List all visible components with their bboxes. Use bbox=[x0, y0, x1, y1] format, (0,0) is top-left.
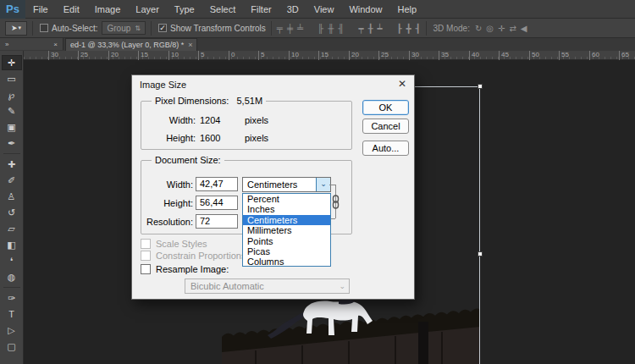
transform-handle-top-right[interactable] bbox=[478, 84, 483, 89]
dialog-close-icon[interactable]: ✕ bbox=[398, 78, 406, 90]
tab-bar: » × ed-1 @ 33,3% (Layer 0, RGB/8) * × bbox=[0, 38, 635, 51]
history-brush-tool[interactable]: ↺ bbox=[2, 205, 22, 220]
caret-down-icon: ▾ bbox=[19, 25, 22, 31]
transform-handle-right-middle[interactable] bbox=[478, 251, 483, 256]
auto-select-scope-value: Group bbox=[107, 24, 130, 33]
auto-select-checkbox[interactable] bbox=[40, 24, 48, 32]
doc-resolution-input[interactable]: 72 bbox=[196, 214, 238, 229]
quick-selection-tool[interactable]: ✎ bbox=[2, 103, 22, 119]
cancel-button[interactable]: Cancel bbox=[362, 119, 409, 134]
doc-width-input[interactable]: 42,47 bbox=[196, 177, 238, 191]
clone-stamp-tool[interactable]: ♙ bbox=[2, 189, 22, 204]
distribute-left-edges-icon[interactable]: ┠ bbox=[396, 24, 401, 33]
pen-tool[interactable]: ✑ bbox=[2, 290, 22, 306]
3d-roll-icon[interactable]: ◎ bbox=[486, 24, 494, 33]
pixel-dimensions-size: 5,51M bbox=[236, 96, 262, 106]
ruler-tick-label: 20 bbox=[108, 51, 119, 60]
crop-tool[interactable]: ▣ bbox=[2, 119, 22, 135]
3d-orbit-icon[interactable]: ↻ bbox=[475, 24, 482, 33]
ruler-tick-label: 30 bbox=[48, 51, 58, 60]
stepper-icon: ⇅ bbox=[135, 25, 141, 32]
collapse-panel-icon[interactable]: » bbox=[5, 41, 8, 48]
healing-brush-tool[interactable]: ✚ bbox=[2, 157, 22, 172]
menu-view[interactable]: View bbox=[306, 0, 342, 19]
scale-styles-checkbox[interactable] bbox=[141, 239, 151, 249]
unit-option-inches[interactable]: Inches bbox=[243, 204, 330, 214]
unit-options-list: Percent Inches Centimeters Millimeters P… bbox=[242, 193, 331, 267]
tools-panel-header: » × bbox=[0, 38, 64, 50]
auto-button[interactable]: Auto... bbox=[362, 141, 409, 156]
path-selection-tool[interactable]: ▷ bbox=[2, 323, 22, 338]
brush-tool-icon: ✐ bbox=[8, 175, 15, 186]
current-tool-button[interactable]: ➤ ▾ bbox=[5, 21, 27, 36]
align-bottom-edges-icon[interactable]: ╧ bbox=[297, 24, 303, 33]
3d-camera-icon[interactable]: ◀ bbox=[521, 24, 527, 33]
dialog-title: Image Size bbox=[140, 80, 186, 90]
unit-option-percent[interactable]: Percent bbox=[243, 194, 330, 204]
chevron-down-icon[interactable]: ⌄ bbox=[316, 178, 330, 191]
unit-option-centimeters[interactable]: Centimeters bbox=[243, 215, 330, 225]
panel-close-icon[interactable]: × bbox=[53, 41, 58, 48]
resample-method-dropdown[interactable]: Bicubic Automatic ⌄ bbox=[185, 279, 350, 294]
type-tool[interactable]: T bbox=[2, 306, 22, 322]
photoshop-logo: Ps bbox=[0, 0, 25, 19]
distribute-top-edges-icon[interactable]: ┯ bbox=[358, 24, 363, 33]
px-height-unit: pixels bbox=[245, 133, 268, 143]
auto-select-scope-dropdown[interactable]: Group ⇅ bbox=[102, 21, 146, 35]
3d-pan-icon[interactable]: ✛ bbox=[498, 24, 505, 33]
tab-close-icon[interactable]: × bbox=[188, 41, 192, 49]
align-vertical-centers-icon[interactable]: ╪ bbox=[287, 24, 293, 33]
menu-select[interactable]: Select bbox=[202, 0, 244, 19]
menu-edit[interactable]: Edit bbox=[56, 0, 87, 19]
menu-layer[interactable]: Layer bbox=[128, 0, 167, 19]
show-transform-checkbox[interactable]: ✓ bbox=[158, 24, 167, 32]
menu-window[interactable]: Window bbox=[341, 0, 389, 19]
auto-select-label: Auto-Select: bbox=[52, 24, 97, 33]
align-top-edges-icon[interactable]: ╤ bbox=[277, 24, 283, 33]
shape-tool[interactable]: ▢ bbox=[2, 339, 22, 354]
marquee-tool[interactable]: ▭ bbox=[2, 71, 22, 86]
doc-height-input[interactable]: 56,44 bbox=[196, 196, 238, 210]
move-tool[interactable]: ✛ bbox=[2, 55, 22, 70]
blur-tool[interactable]: ❛ bbox=[2, 253, 22, 268]
ok-button[interactable]: OK bbox=[362, 100, 409, 115]
unit-option-millimeters[interactable]: Millimeters bbox=[243, 225, 330, 235]
photoshop-window: Ps File Edit Image Layer Type Select Fil… bbox=[0, 0, 635, 364]
align-left-edges-icon[interactable]: ╟ bbox=[318, 24, 323, 33]
quick-selection-tool-icon: ✎ bbox=[8, 106, 15, 117]
transform-box-right-edge[interactable] bbox=[479, 86, 480, 364]
resample-image-row: Resample Image: bbox=[141, 263, 229, 274]
align-right-edges-icon[interactable]: ╢ bbox=[338, 24, 344, 33]
document-tab[interactable]: ed-1 @ 33,3% (Layer 0, RGB/8) * × bbox=[65, 38, 197, 51]
3d-slide-icon[interactable]: ⇄ bbox=[509, 24, 516, 33]
menu-file[interactable]: File bbox=[25, 0, 56, 19]
ruler-tick-label: 55 bbox=[559, 51, 569, 60]
brush-tool[interactable]: ✐ bbox=[2, 173, 22, 188]
options-bar: ➤ ▾ Auto-Select: Group ⇅ ✓ Show Transfor… bbox=[0, 19, 635, 38]
show-transform-label: Show Transform Controls bbox=[170, 24, 266, 33]
unit-option-points[interactable]: Points bbox=[243, 236, 330, 246]
distribute-bottom-edges-icon[interactable]: ┷ bbox=[377, 24, 382, 33]
menu-bar: Ps File Edit Image Layer Type Select Fil… bbox=[0, 0, 635, 19]
distribute-right-edges-icon[interactable]: ┨ bbox=[416, 24, 421, 33]
gradient-tool[interactable]: ◧ bbox=[2, 237, 22, 252]
menu-image[interactable]: Image bbox=[87, 0, 129, 19]
pixel-dimensions-legend: Pixel Dimensions: 5,51M bbox=[152, 96, 266, 106]
menu-3d[interactable]: 3D bbox=[279, 0, 306, 19]
width-unit-dropdown[interactable]: Centimeters ⌄ bbox=[242, 177, 331, 192]
sponge-tool[interactable]: ◍ bbox=[2, 269, 22, 284]
menu-type[interactable]: Type bbox=[167, 0, 202, 19]
eyedropper-tool[interactable]: ✒ bbox=[2, 135, 22, 151]
menu-help[interactable]: Help bbox=[390, 0, 425, 19]
unit-option-columns[interactable]: Columns bbox=[243, 256, 330, 267]
distribute-vertical-centers-icon[interactable]: ╂ bbox=[367, 24, 373, 33]
align-horizontal-centers-icon[interactable]: ╫ bbox=[328, 24, 334, 33]
lasso-tool[interactable]: ℘ bbox=[2, 87, 22, 102]
resample-image-checkbox[interactable] bbox=[141, 264, 151, 274]
eraser-tool[interactable]: ▱ bbox=[2, 221, 22, 236]
distribute-horizontal-centers-icon[interactable]: ╋ bbox=[406, 24, 411, 33]
menu-filter[interactable]: Filter bbox=[243, 0, 279, 19]
divider bbox=[151, 21, 152, 36]
constrain-proportions-checkbox[interactable] bbox=[141, 251, 151, 261]
unit-option-picas[interactable]: Picas bbox=[243, 246, 330, 256]
